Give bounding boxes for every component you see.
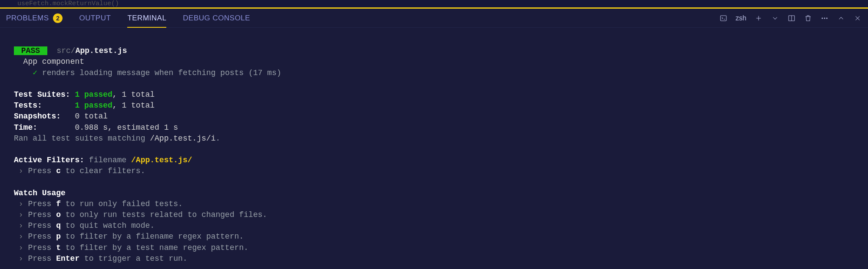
watch-usage-title: Watch Usage: [14, 189, 66, 197]
watch-line-2: to only run tests related to changed fil…: [61, 210, 267, 219]
chevron-up-icon[interactable]: [837, 14, 845, 23]
tests-total: , 1 total: [112, 101, 155, 110]
filter-pattern: /App.test.js/: [131, 156, 192, 164]
clear-key: c: [56, 167, 61, 175]
terminal-output[interactable]: PASS src/App.test.js App component ✓ ren…: [0, 28, 868, 269]
time-val: 0.988 s, estimated 1 s: [75, 123, 178, 132]
time-label: Time:: [14, 123, 70, 132]
more-icon[interactable]: [820, 14, 829, 23]
svg-rect-0: [720, 16, 726, 21]
watch-line-5: to filter by a test name regex pattern.: [61, 243, 248, 252]
ran-suffix: .: [216, 134, 221, 143]
ran-prefix: Ran all test suites matching: [14, 134, 150, 143]
problems-count-badge: 2: [53, 13, 63, 23]
check-icon: ✓: [33, 69, 37, 77]
new-terminal-icon[interactable]: [754, 14, 763, 23]
watch-line-4: to filter by a filename regex pattern.: [61, 232, 244, 241]
panel-tab-bar: PROBLEMS 2 OUTPUT TERMINAL DEBUG CONSOLE…: [0, 9, 868, 28]
trash-icon[interactable]: [804, 14, 812, 23]
clear-pre: Press: [28, 167, 56, 175]
watch-key-q: q: [56, 221, 61, 230]
suites-total: , 1 total: [112, 90, 155, 99]
suites-passed: 1 passed: [75, 90, 112, 99]
tests-passed: 1 passed: [75, 101, 112, 110]
watch-key-f: f: [56, 200, 61, 208]
suites-label: Test Suites:: [14, 90, 70, 99]
active-filters-label: Active Filters:: [14, 156, 84, 164]
test-path-dir: src/: [56, 46, 75, 55]
tab-output[interactable]: OUTPUT: [79, 10, 111, 26]
tab-problems[interactable]: PROBLEMS 2: [6, 10, 63, 26]
svg-point-2: [822, 18, 823, 19]
svg-point-3: [824, 18, 825, 19]
pass-badge: PASS: [14, 46, 47, 55]
watch-key-enter: Enter: [56, 254, 79, 263]
describe-block: App component: [23, 57, 84, 66]
watch-key-p: p: [56, 232, 61, 241]
tests-label: Tests:: [14, 101, 70, 110]
test-path-file: App.test.js: [76, 46, 127, 55]
svg-point-4: [826, 18, 827, 19]
watch-key-o: o: [56, 210, 61, 219]
filters-text: filename: [84, 156, 131, 164]
tab-problems-label: PROBLEMS: [6, 14, 49, 23]
snapshots-label: Snapshots:: [14, 112, 70, 121]
split-terminal-dropdown-icon[interactable]: [771, 14, 779, 23]
ran-pattern: /App.test.js/i: [150, 134, 215, 143]
snapshots-val: 0 total: [75, 112, 108, 121]
watch-line-6: to trigger a test run.: [79, 254, 187, 263]
partial-code-line: useFetch.mockReturnValue(): [0, 0, 868, 8]
test-case: renders loading message when fetching po…: [42, 69, 281, 77]
terminal-icon[interactable]: [719, 14, 728, 23]
watch-key-t: t: [56, 243, 61, 252]
split-editor-icon[interactable]: [787, 14, 796, 23]
close-icon[interactable]: [853, 14, 862, 23]
tab-terminal[interactable]: TERMINAL: [127, 10, 166, 26]
shell-name: zsh: [736, 14, 746, 22]
clear-post: to clear filters.: [61, 167, 145, 175]
watch-line-3: to quit watch mode.: [61, 221, 155, 230]
tab-debug-console[interactable]: DEBUG CONSOLE: [183, 10, 250, 26]
watch-line-1: to run only failed tests.: [61, 200, 183, 208]
